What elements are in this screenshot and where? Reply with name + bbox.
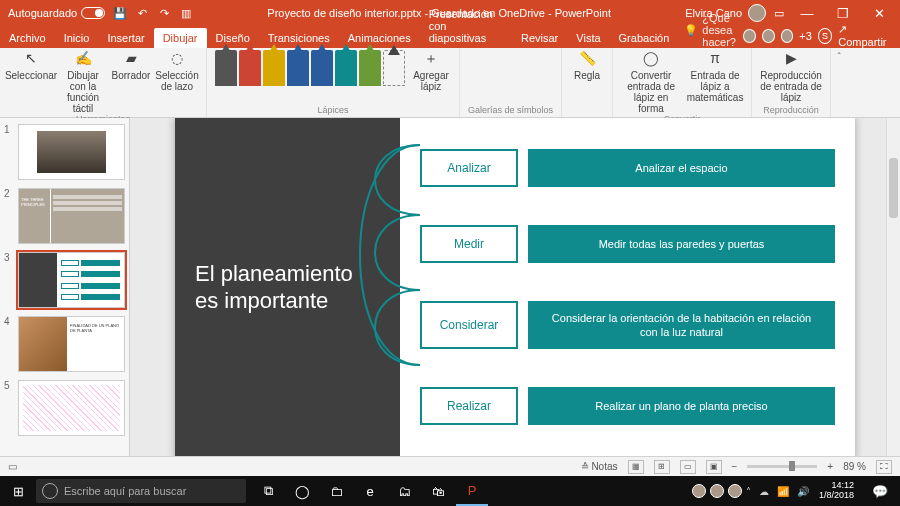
autosave-toggle[interactable]: Autoguardado [8,7,105,19]
pen-blue2[interactable] [311,50,333,86]
system-tray[interactable]: ˄ ☁ 📶 🔊 [746,486,809,497]
pen-gray[interactable] [215,50,237,86]
tab-grabacion[interactable]: Grabación [610,28,679,48]
store-icon[interactable]: 🛍 [422,476,454,506]
search-placeholder: Escribe aquí para buscar [64,485,186,497]
explorer-icon[interactable]: 🗀 [320,476,352,506]
thumb-number: 5 [4,380,14,436]
scrollbar-thumb[interactable] [889,158,898,218]
slideshow-view-icon[interactable]: ▣ [706,460,722,474]
user-avatar-icon[interactable] [748,4,766,22]
notes-button[interactable]: ≙ Notas [581,461,618,472]
tab-insertar[interactable]: Insertar [98,28,153,48]
add-pen-button[interactable]: ＋Agregar lápiz [411,50,451,92]
collaborator-avatar-icon[interactable] [762,29,775,43]
play-icon: ▶ [782,50,800,68]
pen-add-placeholder[interactable] [383,50,405,86]
ink-to-shape-button[interactable]: ◯Convertir entrada de lápiz en forma [621,50,681,114]
slide-content-panel[interactable]: AnalizarAnalizar el espacio MedirMedir t… [400,118,855,456]
slide-thumbnail-1[interactable] [18,124,125,180]
share-button[interactable]: ↗ Compartir [838,23,892,48]
taskbar-clock[interactable]: 14:12 1/8/2018 [813,481,860,501]
ink-replay-button[interactable]: ▶Reproducción de entrada de lápiz [760,50,822,103]
ruler-button[interactable]: 📏Regla [570,50,604,81]
notes-icon[interactable]: ▭ [8,461,17,472]
close-button[interactable]: ✕ [864,6,894,21]
fit-to-window-icon[interactable]: ⛶ [876,460,892,474]
edge-icon[interactable]: e [354,476,386,506]
powerpoint-icon[interactable]: P [456,476,488,506]
people-avatar-icon[interactable] [710,484,724,498]
slide-thumbnail-4[interactable]: FINALIDAD DE UN PLANO DE PLANTA [18,316,125,372]
pen-red[interactable] [239,50,261,86]
save-icon[interactable]: 💾 [113,6,127,20]
collapse-ribbon-button[interactable]: ˆ [831,48,847,117]
tab-revisar[interactable]: Revisar [512,28,567,48]
start-button[interactable]: ⊞ [0,484,36,499]
seleccionar-button[interactable]: ↖Seleccionar [8,50,54,81]
volume-icon[interactable]: 🔊 [797,486,809,497]
zoom-in-button[interactable]: + [827,461,833,472]
pen-yellow[interactable] [263,50,285,86]
eraser-button[interactable]: ▰Borrador [112,50,150,81]
start-from-beginning-icon[interactable]: ▥ [179,6,193,20]
ink-to-math-button[interactable]: πEntrada de lápiz a matemáticas [687,50,743,103]
tab-archivo[interactable]: Archivo [0,28,55,48]
cortana-button-icon[interactable]: ◯ [286,476,318,506]
zoom-level[interactable]: 89 % [843,461,866,472]
slide-thumbnail-2[interactable]: THE THREE PRINCIPLES [18,188,125,244]
minimize-button[interactable]: — [792,6,822,21]
ribbon-options-icon[interactable]: ▭ [772,6,786,20]
tab-inicio[interactable]: Inicio [55,28,99,48]
ribbon-group-convertir: ◯Convertir entrada de lápiz en forma πEn… [613,48,752,117]
thumb-number: 2 [4,188,14,244]
maximize-button[interactable]: ❐ [828,6,858,21]
sorter-view-icon[interactable]: ⊞ [654,460,670,474]
pen-green-hl[interactable] [359,50,381,86]
slide-title-panel[interactable]: El planeamiento es importante [175,118,400,456]
collaborator-avatar-icon[interactable] [781,29,794,43]
tell-me-search[interactable]: 💡 ¿Qué desea hacer? [684,12,743,48]
slide-canvas-area[interactable]: El planeamiento es importante AnalizarAn… [130,118,900,456]
ribbon-group-lapices: ＋Agregar lápiz Lápices [207,48,460,117]
cortana-icon [42,483,58,499]
people-avatar-icon[interactable] [692,484,706,498]
tab-dibujar[interactable]: Dibujar [154,28,207,48]
cursor-icon: ↖ [22,50,40,68]
toggle-switch-icon[interactable] [81,7,105,19]
slide-thumbnail-5[interactable] [18,380,125,436]
taskbar-search[interactable]: Escribe aquí para buscar [36,479,246,503]
task-view-icon[interactable]: ⧉ [252,476,284,506]
tab-presentacion[interactable]: Presentación con diapositivas [420,4,512,48]
draw-touch-button[interactable]: ✍Dibujar con la función táctil [60,50,106,114]
slide-thumbnails-panel[interactable]: 1 2THE THREE PRINCIPLES 3 4FINALIDAD DE … [0,118,130,456]
slide-thumbnail-3[interactable] [18,252,125,308]
reading-view-icon[interactable]: ▭ [680,460,696,474]
slide-row[interactable]: AnalizarAnalizar el espacio [420,149,835,187]
redo-icon[interactable]: ↷ [157,6,171,20]
tray-up-icon[interactable]: ˄ [746,486,751,497]
action-center-icon[interactable]: 💬 [864,476,896,506]
thumb-number: 3 [4,252,14,308]
pen-blue[interactable] [287,50,309,86]
vertical-scrollbar[interactable] [886,118,900,456]
slide-row[interactable]: ConsiderarConsiderar la orientación de l… [420,301,835,350]
collaborator-avatar-icon[interactable] [743,29,756,43]
collab-overflow-count[interactable]: +3 [799,30,812,42]
ribbon-group-herramientas: ↖Seleccionar ✍Dibujar con la función tác… [0,48,207,117]
onedrive-icon[interactable]: ☁ [759,486,769,497]
wifi-icon[interactable]: 📶 [777,486,789,497]
current-slide[interactable]: El planeamiento es importante AnalizarAn… [175,118,855,456]
skype-icon[interactable]: S [818,28,832,44]
slide-row[interactable]: MedirMedir todas las paredes y puertas [420,225,835,263]
pen-teal[interactable] [335,50,357,86]
zoom-slider[interactable] [747,465,817,468]
normal-view-icon[interactable]: ▦ [628,460,644,474]
lasso-button[interactable]: ◌Selección de lazo [156,50,198,92]
people-avatar-icon[interactable] [728,484,742,498]
slide-row[interactable]: RealizarRealizar un plano de planta prec… [420,387,835,425]
undo-icon[interactable]: ↶ [135,6,149,20]
files-icon[interactable]: 🗂 [388,476,420,506]
zoom-out-button[interactable]: − [732,461,738,472]
tab-vista[interactable]: Vista [567,28,609,48]
